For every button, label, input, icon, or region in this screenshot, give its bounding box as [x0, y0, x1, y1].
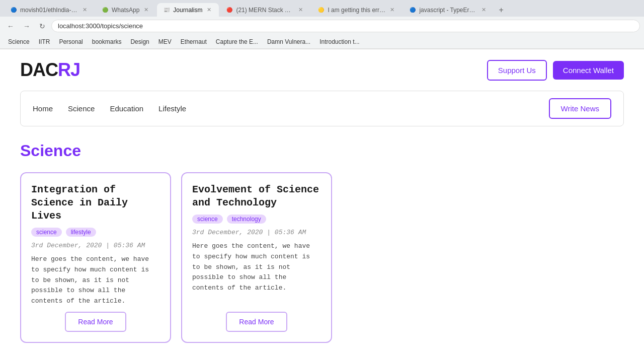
tab-1-favicon: 🔵: [10, 7, 17, 14]
nav-menu: Home Science Education Lifestyle Write N…: [20, 91, 624, 126]
article-card-1: Integration of Science in Daily Lives sc…: [20, 172, 171, 343]
tab-3-close[interactable]: ✕: [205, 6, 213, 14]
article-2-tag-2: technology: [227, 215, 266, 224]
nav-link-lifestyle[interactable]: Lifestyle: [158, 104, 186, 113]
address-bar[interactable]: localhost:3000/topics/science: [51, 20, 640, 32]
bookmark-science[interactable]: Science: [4, 37, 34, 46]
article-1-tag-1: science: [31, 228, 62, 237]
app-container: DACRJ Support Us Connect Wallet Home Sci…: [0, 49, 644, 351]
bookmark-mev-label: MEV: [158, 38, 172, 45]
article-1-tags: science lifestyle: [31, 228, 160, 237]
tab-6-label: javascript - TypeError: Fail: [419, 7, 477, 14]
bookmark-damn[interactable]: Damn Vulnera...: [263, 37, 314, 46]
app-header: DACRJ Support Us Connect Wallet: [20, 59, 624, 81]
tab-1-close[interactable]: ✕: [81, 6, 89, 14]
bookmark-capture[interactable]: Capture the E...: [212, 37, 262, 46]
tab-6-close[interactable]: ✕: [480, 6, 488, 14]
tab-5-close[interactable]: ✕: [388, 6, 396, 14]
tab-4-close[interactable]: ✕: [297, 6, 304, 14]
nav-link-home[interactable]: Home: [33, 104, 53, 113]
tab-bar: 🔵 movish01/ethIndia-front-c ✕ 🟢 WhatsApp…: [0, 0, 644, 17]
logo-dac: DAC: [20, 59, 58, 80]
tab-2[interactable]: 🟢 WhatsApp ✕: [96, 3, 156, 17]
bookmark-intro-label: Introduction t...: [319, 38, 359, 45]
tab-3-label: Journalism: [173, 7, 202, 14]
support-us-button[interactable]: Support Us: [487, 60, 547, 81]
article-1-tag-2: lifestyle: [66, 228, 96, 237]
article-1-read-more-button[interactable]: Read More: [65, 312, 126, 332]
reload-button[interactable]: ↻: [36, 20, 48, 32]
tab-3[interactable]: 📰 Journalism ✕: [157, 3, 219, 17]
nav-link-education[interactable]: Education: [110, 104, 143, 113]
header-buttons: Support Us Connect Wallet: [487, 60, 624, 81]
bookmark-personal[interactable]: Personal: [55, 37, 87, 46]
connect-wallet-button[interactable]: Connect Wallet: [553, 61, 624, 80]
tab-2-close[interactable]: ✕: [142, 6, 150, 14]
forward-button[interactable]: →: [20, 20, 33, 32]
logo: DACRJ: [20, 59, 80, 81]
write-news-button[interactable]: Write News: [549, 98, 611, 119]
tab-4-label: (21) MERN Stack Tutorial #: [236, 7, 294, 14]
article-2-title: Evolvement of Science and Technology: [192, 183, 321, 209]
bookmark-mev[interactable]: MEV: [154, 37, 176, 46]
tab-5[interactable]: 🟡 I am getting this error whe ✕: [311, 3, 402, 17]
back-button[interactable]: ←: [4, 20, 17, 32]
nav-links: Home Science Education Lifestyle: [33, 104, 186, 113]
articles-grid: Integration of Science in Daily Lives sc…: [20, 172, 624, 343]
tab-4-favicon: 🔴: [226, 7, 233, 14]
tab-2-label: WhatsApp: [112, 7, 139, 14]
tab-1[interactable]: 🔵 movish01/ethIndia-front-c ✕: [4, 3, 95, 17]
bookmark-iitr-label: IITR: [39, 38, 50, 45]
article-2-content: Here goes the content, we have to specif…: [192, 241, 321, 294]
nav-link-science[interactable]: Science: [68, 104, 95, 113]
navigation-bar: ← → ↻ localhost:3000/topics/science: [0, 17, 644, 35]
address-text: localhost:3000/topics/science: [58, 22, 633, 30]
article-2-date: 3rd December, 2020 | 05:36 AM: [192, 229, 321, 236]
bookmark-ethernaut-label: Ethernaut: [181, 38, 207, 45]
bookmark-bookmarks[interactable]: bookmarks: [88, 37, 126, 46]
new-tab-button[interactable]: +: [495, 4, 507, 17]
bookmark-bookmarks-label: bookmarks: [92, 38, 122, 45]
article-2-tags: science technology: [192, 215, 321, 224]
bookmark-iitr[interactable]: IITR: [35, 37, 54, 46]
tab-5-favicon: 🟡: [317, 7, 325, 14]
tab-3-favicon: 📰: [163, 7, 170, 14]
tab-2-favicon: 🟢: [102, 7, 109, 14]
bookmark-ethernaut[interactable]: Ethernaut: [177, 37, 211, 46]
tab-1-label: movish01/ethIndia-front-c: [20, 7, 78, 14]
bookmark-damn-label: Damn Vulnera...: [267, 38, 310, 45]
bookmark-personal-label: Personal: [59, 38, 83, 45]
browser-chrome: 🔵 movish01/ethIndia-front-c ✕ 🟢 WhatsApp…: [0, 0, 644, 49]
tab-6[interactable]: 🔵 javascript - TypeError: Fail ✕: [403, 3, 494, 17]
article-card-2: Evolvement of Science and Technology sci…: [181, 172, 332, 343]
tab-5-label: I am getting this error whe: [328, 7, 385, 14]
logo-rj: RJ: [58, 59, 80, 80]
article-2-tag-1: science: [192, 215, 223, 224]
tab-4[interactable]: 🔴 (21) MERN Stack Tutorial # ✕: [220, 3, 310, 17]
bookmark-design[interactable]: Design: [126, 37, 153, 46]
tab-6-favicon: 🔵: [409, 7, 416, 14]
article-1-content: Here goes the content, we have to specif…: [31, 254, 160, 307]
article-1-title: Integration of Science in Daily Lives: [31, 183, 160, 223]
bookmark-capture-label: Capture the E...: [216, 38, 258, 45]
page-title: Science: [20, 142, 624, 160]
bookmark-intro[interactable]: Introduction t...: [315, 37, 363, 46]
article-1-date: 3rd December, 2020 | 05:36 AM: [31, 242, 160, 249]
article-2-read-more-button[interactable]: Read More: [226, 312, 287, 332]
bookmarks-bar: Science IITR Personal bookmarks Design M…: [0, 35, 644, 49]
bookmark-design-label: Design: [130, 38, 149, 45]
bookmark-science-label: Science: [8, 38, 30, 45]
